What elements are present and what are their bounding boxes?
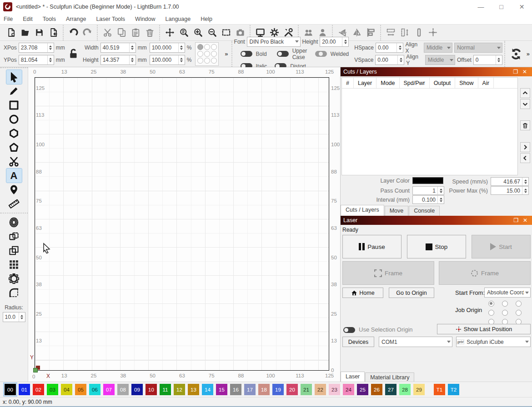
menu-arrange[interactable]: Arrange — [66, 16, 86, 22]
home-button[interactable]: Home — [342, 288, 383, 298]
rectangle-tool-icon[interactable] — [6, 98, 22, 112]
height-input[interactable]: 14.357 — [100, 55, 136, 65]
delete-layer-icon[interactable] — [520, 120, 530, 130]
menu-tools[interactable]: Tools — [43, 16, 56, 22]
fillet-tool-icon[interactable] — [6, 286, 22, 300]
open-file-icon[interactable] — [18, 26, 32, 40]
welded-toggle[interactable] — [315, 51, 327, 57]
layer-color-07[interactable]: 07 — [103, 384, 115, 395]
layer-color-22[interactable]: 22 — [315, 384, 326, 395]
layer-left-button[interactable] — [520, 153, 530, 163]
devices-button[interactable]: Devices — [342, 337, 374, 347]
delete-icon[interactable] — [143, 26, 157, 40]
frame-square-button[interactable]: Frame — [342, 261, 434, 285]
tab-move[interactable]: Move — [385, 206, 409, 216]
flip-horizontal-icon[interactable] — [350, 26, 364, 40]
layer-up-button[interactable] — [520, 88, 530, 98]
layer-color-25[interactable]: 25 — [357, 384, 368, 395]
offset-input[interactable]: 0 — [473, 55, 502, 65]
edit-nodes-tool-icon[interactable] — [6, 140, 22, 154]
layer-color-17[interactable]: 17 — [244, 384, 256, 395]
tab-laser[interactable]: Laser — [341, 372, 365, 382]
layer-color-29[interactable]: 29 — [413, 384, 425, 395]
select-tool-icon[interactable] — [6, 70, 22, 84]
frame-circle-button[interactable]: Frame — [439, 261, 531, 285]
layer-color-06[interactable]: 06 — [89, 384, 100, 395]
distribute-horizontal-icon[interactable] — [384, 26, 398, 40]
job-origin-radio-1[interactable] — [502, 301, 508, 307]
menu-laser-tools[interactable]: Laser Tools — [96, 16, 125, 22]
zoom-out-icon[interactable] — [205, 26, 219, 40]
layer-color-12[interactable]: 12 — [174, 384, 185, 395]
tab-console[interactable]: Console — [409, 206, 440, 216]
position-laser-tool-icon[interactable] — [6, 183, 22, 197]
tab-cuts-layers[interactable]: Cuts / Layers — [341, 205, 384, 216]
ypos-input[interactable]: 81.054 — [19, 55, 54, 65]
menu-help[interactable]: Help — [201, 16, 212, 22]
boolean-tool-icon[interactable] — [6, 243, 22, 258]
column-header-show[interactable]: Show — [455, 78, 478, 88]
paste-icon[interactable] — [129, 26, 143, 40]
menu-language[interactable]: Language — [166, 16, 191, 22]
layer-color-04[interactable]: 04 — [61, 384, 72, 395]
speed-input[interactable]: 416.67 — [491, 177, 529, 186]
align-icon[interactable] — [364, 26, 378, 40]
import-file-icon[interactable] — [46, 26, 60, 40]
pan-icon[interactable] — [163, 26, 177, 40]
transform-overflow-button[interactable]: » — [223, 50, 229, 57]
layer-color-13[interactable]: 13 — [188, 384, 199, 395]
minimize-button[interactable]: — — [471, 0, 491, 14]
cut-shapes-tool-icon[interactable] — [6, 154, 22, 169]
two-point-position-icon[interactable] — [426, 26, 440, 40]
float-panel-icon[interactable]: ❐ — [511, 69, 520, 75]
job-origin-radio-3[interactable] — [488, 310, 494, 316]
layer-color-03[interactable]: 03 — [47, 384, 58, 395]
origin-dot-2[interactable] — [211, 44, 217, 50]
column-header-layer[interactable]: Layer — [354, 78, 376, 88]
layer-color-09[interactable]: 09 — [131, 384, 143, 395]
layer-color-28[interactable]: 28 — [399, 384, 411, 395]
menu-edit[interactable]: Edit — [23, 16, 33, 22]
menu-file[interactable]: File — [4, 16, 13, 22]
layer-color-00[interactable]: 00 — [5, 384, 16, 395]
layer-color-18[interactable]: 18 — [258, 384, 270, 395]
port-select[interactable]: COM1 — [379, 337, 452, 347]
origin-dot-1[interactable] — [204, 44, 210, 50]
vspace-input[interactable]: 0.00 — [375, 55, 404, 65]
stop-button[interactable]: Stop — [407, 235, 466, 258]
layer-color-08[interactable]: 08 — [117, 384, 129, 395]
layer-color-23[interactable]: 23 — [329, 384, 340, 395]
zoom-to-page-icon[interactable] — [177, 26, 191, 40]
width-input[interactable]: 40.519 — [100, 43, 136, 53]
job-origin-grid[interactable] — [484, 299, 525, 326]
draw-lines-tool-icon[interactable] — [6, 84, 22, 98]
pass-count-input[interactable]: 1 — [412, 186, 444, 195]
bold-toggle[interactable] — [241, 51, 252, 57]
font-height-input[interactable]: 20.00 — [320, 37, 349, 47]
aspect-lock-icon[interactable] — [68, 47, 79, 60]
float-panel-icon[interactable]: ❐ — [512, 217, 521, 223]
layer-color-T1[interactable]: T1 — [434, 384, 445, 395]
undo-icon[interactable] — [66, 26, 80, 40]
text-tool-icon[interactable]: A — [6, 169, 22, 183]
close-panel-icon[interactable]: ✕ — [521, 217, 530, 223]
alignx-select[interactable]: Middle — [424, 43, 452, 53]
origin-dot-3[interactable] — [197, 51, 203, 57]
offset-shapes-tool-icon[interactable] — [6, 215, 22, 229]
layer-color-27[interactable]: 27 — [385, 384, 396, 395]
layer-color-26[interactable]: 26 — [371, 384, 382, 395]
layer-color-16[interactable]: 16 — [230, 384, 241, 395]
redo-icon[interactable] — [80, 26, 95, 40]
layer-color-02[interactable]: 02 — [33, 384, 44, 395]
column-header-[interactable]: # — [342, 78, 354, 88]
power-max-input[interactable]: 15.00 — [491, 186, 529, 195]
aligny-select[interactable]: Middle — [425, 55, 455, 65]
layer-color-15[interactable]: 15 — [216, 384, 227, 395]
origin-dot-4[interactable] — [204, 51, 210, 57]
column-header-spdpwr[interactable]: Spd/Pwr — [400, 78, 430, 88]
close-panel-icon[interactable]: ✕ — [520, 69, 529, 75]
layer-color-11[interactable]: 11 — [160, 384, 171, 395]
distribute-vertical-icon[interactable] — [398, 26, 412, 40]
height-percent-input[interactable]: 100.000 — [150, 55, 185, 65]
zoom-in-icon[interactable] — [191, 26, 205, 40]
